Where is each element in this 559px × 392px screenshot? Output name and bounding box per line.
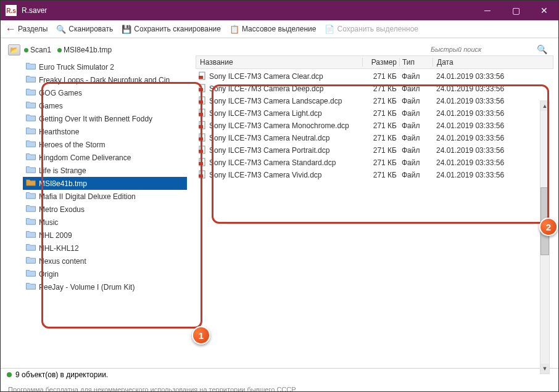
partitions-label: Разделы bbox=[18, 25, 48, 33]
table-row[interactable]: Sony ILCE-7M3 Camera Vivid.dcp271 КБФайл… bbox=[196, 169, 553, 181]
mass-select-icon: 📋 bbox=[230, 24, 239, 34]
tree-item[interactable]: Heroes of the Storm bbox=[23, 138, 187, 151]
table-row[interactable]: Sony ILCE-7M3 Camera Monochrome.dcp271 К… bbox=[196, 120, 553, 132]
titlebar[interactable]: R.s R.saver ─ ▢ ✕ bbox=[1, 1, 558, 20]
tree-item[interactable]: GOG Games bbox=[23, 86, 187, 99]
tree-item[interactable]: Kingdom Come Deliverance bbox=[23, 151, 187, 164]
file-icon bbox=[198, 108, 207, 119]
tab-scan-label: Scan1 bbox=[30, 46, 51, 54]
file-date: 24.01.2019 03:33:56 bbox=[433, 158, 553, 167]
svg-rect-13 bbox=[199, 150, 203, 153]
tree-item-label: Life is Strange bbox=[39, 166, 86, 175]
svg-rect-1 bbox=[199, 76, 203, 79]
file-date: 24.01.2019 03:33:56 bbox=[433, 171, 553, 179]
table-row[interactable]: Sony ILCE-7M3 Camera Neutral.dcp271 КБФа… bbox=[196, 132, 553, 144]
file-date: 24.01.2019 03:33:56 bbox=[433, 72, 553, 81]
header-date[interactable]: Дата bbox=[433, 58, 553, 67]
file-grid[interactable]: Sony ILCE-7M3 Camera Clear.dcp271 КБФайл… bbox=[196, 69, 553, 181]
tree-item[interactable]: MSI8e41b.tmp bbox=[23, 177, 187, 190]
tree-item-label: Metro Exodus bbox=[39, 205, 85, 214]
file-size: 271 КБ bbox=[362, 109, 399, 118]
tab-tmp[interactable]: MSI8e41b.tmp bbox=[57, 46, 112, 54]
tree-item-label: MSI8e41b.tmp bbox=[39, 179, 87, 188]
tree-item[interactable]: Origin bbox=[23, 267, 187, 280]
scroll-down-button[interactable]: ▼ bbox=[540, 364, 549, 374]
app-icon: R.s bbox=[6, 5, 17, 16]
table-row[interactable]: Sony ILCE-7M3 Camera Portrait.dcp271 КБФ… bbox=[196, 144, 553, 157]
tree-item-label: Mafia II Digital Deluxe Edition bbox=[39, 192, 136, 201]
close-button[interactable]: ✕ bbox=[530, 1, 558, 20]
folder-tree[interactable]: Euro Truck Simulator 2Freaky Loops - Dar… bbox=[6, 57, 191, 363]
file-icon bbox=[198, 145, 207, 156]
tree-item[interactable]: PeeJay - Volume I (Drum Kit) bbox=[23, 280, 187, 293]
save-selected-button[interactable]: 📄 Сохранить выделенное bbox=[325, 24, 418, 34]
header-size[interactable]: Размер bbox=[363, 58, 400, 67]
tree-item-label: Heroes of the Storm bbox=[39, 141, 105, 149]
tree-item[interactable]: Getting Over It with Bennett Foddy bbox=[23, 112, 187, 125]
tree-item[interactable]: Euro Truck Simulator 2 bbox=[23, 60, 187, 73]
maximize-button[interactable]: ▢ bbox=[502, 1, 530, 20]
tree-item[interactable]: Metro Exodus bbox=[23, 203, 187, 216]
left-panel: 📂 Scan1 MSI8e41b.tmp Euro Truck Simulato… bbox=[6, 43, 191, 363]
tree-item-label: Origin bbox=[39, 270, 59, 279]
statusbar: 9 объект(ов) в директории. bbox=[1, 368, 558, 381]
file-size: 271 КБ bbox=[362, 121, 399, 130]
partitions-button[interactable]: ← Разделы bbox=[6, 24, 48, 34]
file-type: Файл bbox=[399, 109, 433, 118]
folder-icon bbox=[25, 191, 36, 202]
tree-item-label: Freaky Loops - Dark Neurofunk and Cin bbox=[39, 76, 170, 84]
tree-item[interactable]: Nexus content bbox=[23, 255, 187, 267]
table-row[interactable]: Sony ILCE-7M3 Camera Landscape.dcp271 КБ… bbox=[196, 95, 553, 107]
search-icon[interactable]: 🔍 bbox=[533, 44, 551, 54]
search-input[interactable] bbox=[428, 44, 533, 54]
annotation-badge-1: 1 bbox=[192, 326, 210, 345]
tree-item[interactable]: Music bbox=[23, 216, 187, 229]
save-selected-label: Сохранить выделенное bbox=[337, 25, 418, 33]
header-type[interactable]: Тип bbox=[400, 58, 433, 67]
status-text: 9 объект(ов) в директории. bbox=[15, 370, 108, 379]
tab-scan[interactable]: Scan1 bbox=[24, 46, 51, 54]
svg-rect-7 bbox=[199, 113, 203, 116]
folder-icon bbox=[25, 282, 36, 292]
tree-item[interactable]: Hearthstone bbox=[23, 125, 187, 138]
tree-item[interactable]: NHL 2009 bbox=[23, 229, 187, 242]
file-size: 271 КБ bbox=[362, 146, 399, 155]
tree-item-label: Kingdom Come Deliverance bbox=[39, 153, 131, 162]
file-type: Файл bbox=[399, 158, 433, 167]
table-row[interactable]: Sony ILCE-7M3 Camera Standard.dcp271 КБФ… bbox=[196, 157, 553, 169]
save-scan-button[interactable]: 💾 Сохранить сканирование bbox=[122, 24, 221, 34]
tab-tmp-label: MSI8e41b.tmp bbox=[64, 46, 112, 54]
file-type: Файл bbox=[399, 72, 433, 81]
svg-rect-5 bbox=[199, 100, 203, 104]
file-size: 271 КБ bbox=[362, 171, 399, 179]
folder-icon bbox=[25, 243, 36, 253]
save-icon: 💾 bbox=[122, 24, 131, 34]
scroll-up-button[interactable]: ▲ bbox=[540, 101, 549, 111]
folder-icon bbox=[25, 75, 36, 85]
table-row[interactable]: Sony ILCE-7M3 Camera Deep.dcp271 КБФайл2… bbox=[196, 83, 553, 95]
file-size: 271 КБ bbox=[362, 72, 399, 81]
grid-header[interactable]: Название Размер Тип Дата bbox=[196, 55, 553, 69]
tree-item[interactable]: Life is Strange bbox=[23, 164, 187, 177]
table-row[interactable]: Sony ILCE-7M3 Camera Light.dcp271 КБФайл… bbox=[196, 107, 553, 120]
table-row[interactable]: Sony ILCE-7M3 Camera Clear.dcp271 КБФайл… bbox=[196, 70, 553, 83]
tree-item[interactable]: NHL-KHL12 bbox=[23, 242, 187, 255]
header-name[interactable]: Название bbox=[196, 58, 363, 67]
file-name: Sony ILCE-7M3 Camera Standard.dcp bbox=[209, 158, 336, 167]
tree-item-label: Nexus content bbox=[39, 257, 86, 266]
file-name: Sony ILCE-7M3 Camera Deep.dcp bbox=[209, 84, 323, 93]
tree-item[interactable]: Mafia II Digital Deluxe Edition bbox=[23, 190, 187, 203]
tree-item-label: Euro Truck Simulator 2 bbox=[39, 63, 114, 71]
folder-icon bbox=[25, 113, 36, 124]
annotation-badge-2: 2 bbox=[539, 218, 558, 236]
tree-item-label: PeeJay - Volume I (Drum Kit) bbox=[39, 283, 135, 292]
tree-item[interactable]: Games bbox=[23, 99, 187, 112]
minimize-button[interactable]: ─ bbox=[473, 1, 502, 20]
scan-button[interactable]: 🔍 Сканировать bbox=[56, 24, 113, 34]
window-title: R.saver bbox=[22, 6, 473, 15]
tree-scrollbar[interactable]: ▲ ▼ bbox=[540, 100, 550, 374]
mass-select-button[interactable]: 📋 Массовое выделение bbox=[230, 24, 317, 34]
file-date: 24.01.2019 03:33:56 bbox=[433, 134, 553, 142]
tab-navigator-icon[interactable]: 📂 bbox=[8, 44, 20, 55]
tree-item[interactable]: Freaky Loops - Dark Neurofunk and Cin bbox=[23, 73, 187, 86]
